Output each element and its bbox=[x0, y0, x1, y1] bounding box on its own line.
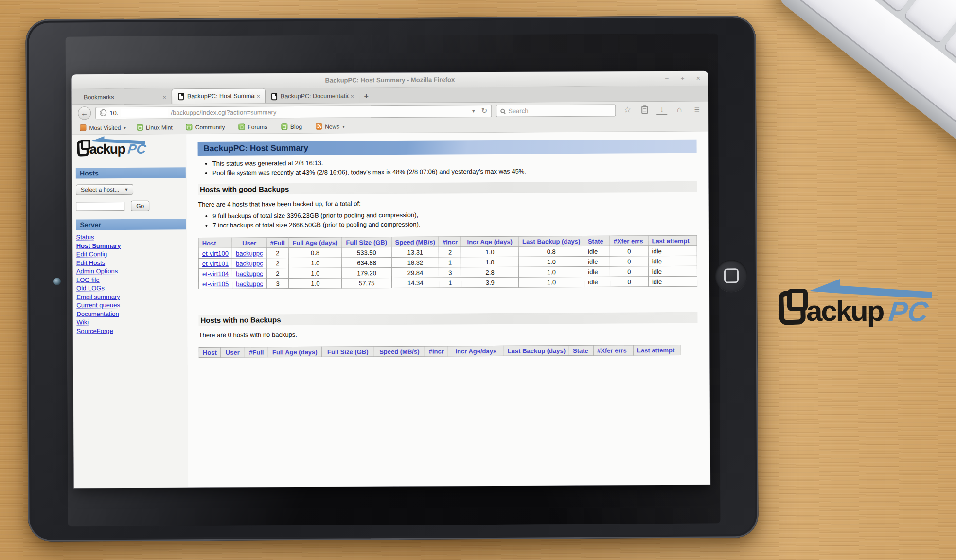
column-header--xfer-errs: #Xfer errs bbox=[593, 345, 633, 355]
column-header-user: User bbox=[232, 238, 266, 248]
select-host-dropdown[interactable]: Select a host... ▼ bbox=[76, 184, 133, 195]
sidebar-link[interactable]: Admin Options bbox=[76, 267, 118, 275]
sidebar-link[interactable]: Wiki bbox=[76, 318, 89, 326]
bookmark-label: News bbox=[325, 123, 339, 130]
sidebar-link[interactable]: Email summary bbox=[76, 293, 120, 300]
url-bar[interactable]: 10. /backuppc/index.cgi?action=summary ▾… bbox=[95, 105, 492, 119]
sidebar-nav-item: Documentation bbox=[76, 309, 187, 318]
column-header-host: Host bbox=[198, 238, 232, 248]
menu-icon[interactable]: ≡ bbox=[691, 105, 702, 115]
back-button[interactable]: ← bbox=[78, 106, 91, 120]
new-tab-button[interactable]: + bbox=[359, 90, 373, 103]
downloads-icon[interactable]: ↓ bbox=[656, 105, 667, 115]
server-heading: Server bbox=[76, 219, 186, 230]
host-link[interactable]: et-virt101 bbox=[202, 260, 229, 267]
backup-totals-bullets: 9 full backups of total size 3396.23GB (… bbox=[212, 210, 697, 229]
sidebar-link[interactable]: Current queues bbox=[76, 301, 120, 309]
chevron-down-icon: ▾ bbox=[124, 125, 126, 130]
url-dropdown-icon[interactable]: ▾ bbox=[472, 108, 475, 114]
bookmark-icon bbox=[281, 123, 287, 130]
user-link[interactable]: backuppc bbox=[236, 280, 263, 287]
go-button[interactable]: Go bbox=[131, 201, 149, 211]
cell: idle bbox=[584, 246, 610, 256]
host-link[interactable]: et-virt105 bbox=[202, 280, 229, 287]
cell: 1.0 bbox=[518, 266, 584, 277]
sidebar-link[interactable]: Old LOGs bbox=[76, 284, 105, 292]
user-link[interactable]: backuppc bbox=[236, 249, 263, 257]
server-nav-links: Status Host Summary Edit Config Edit Hos… bbox=[76, 232, 188, 335]
sidebar-nav-item: Status bbox=[76, 232, 187, 242]
tab-documentation[interactable]: BackupPC: Documentation × bbox=[266, 89, 359, 103]
bookmark-item[interactable]: Forums bbox=[238, 123, 270, 130]
bookmark-item[interactable]: Blog bbox=[281, 123, 305, 130]
host-link[interactable]: et-virt104 bbox=[202, 270, 229, 277]
backuppc-desk-logo: ackup PC bbox=[779, 291, 944, 339]
cell: 0 bbox=[610, 277, 649, 287]
host-search-input[interactable] bbox=[76, 201, 124, 211]
tab-host-summary[interactable]: BackupPC: Host Summary × bbox=[172, 88, 266, 104]
sidebar-link[interactable]: Edit Config bbox=[76, 250, 107, 258]
reload-icon[interactable]: ↻ bbox=[481, 106, 488, 115]
cell: 1.0 bbox=[289, 278, 342, 289]
backuppc-page-logo[interactable]: ackup PC bbox=[77, 140, 150, 164]
search-input[interactable]: Search bbox=[496, 104, 616, 117]
page-content: ackup PC Hosts Select a host... ▼ Go Ser… bbox=[72, 132, 710, 488]
globe-icon bbox=[100, 109, 106, 116]
cell: 2 bbox=[266, 268, 288, 279]
backuppc-logo-icon bbox=[779, 291, 805, 325]
window-title: BackupPC: Host Summary - Mozilla Firefox bbox=[72, 75, 708, 86]
close-button[interactable]: × bbox=[696, 74, 700, 82]
cell: 179.20 bbox=[342, 268, 392, 279]
sidebar-link[interactable]: SourceForge bbox=[77, 327, 113, 334]
bookmark-star-icon[interactable]: ☆ bbox=[622, 105, 633, 115]
sidebar-link[interactable]: Edit Hosts bbox=[76, 259, 105, 266]
no-backups-table: HostUser#FullFull Age (days)Full Size (G… bbox=[199, 345, 681, 358]
host-link[interactable]: et-virt100 bbox=[202, 249, 229, 257]
user-link[interactable]: backuppc bbox=[236, 270, 263, 277]
cell: 3 bbox=[439, 267, 461, 278]
sidebar-link[interactable]: LOG file bbox=[76, 276, 100, 283]
status-bullet: This status was generated at 2/8 16:13. bbox=[212, 158, 697, 168]
good-backups-heading: Hosts with good Backups bbox=[198, 181, 697, 195]
cell: 2 bbox=[266, 258, 288, 268]
cell: 0 bbox=[610, 246, 648, 256]
sidebar-link[interactable]: Status bbox=[76, 233, 94, 241]
cell: et-virt100 bbox=[198, 248, 232, 258]
show-bookmarks-icon[interactable] bbox=[641, 106, 648, 114]
bookmark-item[interactable]: Most Visited ▾ bbox=[80, 124, 126, 131]
bookmark-item[interactable]: Community bbox=[186, 123, 228, 130]
sidebar: ackup PC Hosts Select a host... ▼ Go Ser… bbox=[72, 134, 188, 488]
column-header-last-attempt: Last attempt bbox=[648, 235, 697, 246]
search-placeholder: Search bbox=[508, 107, 528, 114]
tab-close-icon[interactable]: × bbox=[161, 93, 167, 101]
tablet-home-button[interactable] bbox=[715, 260, 747, 292]
home-icon[interactable]: ⌂ bbox=[674, 105, 685, 115]
bookmark-label: Community bbox=[195, 123, 225, 130]
firefox-window: BackupPC: Host Summary - Mozilla Firefox… bbox=[72, 71, 710, 488]
tab-bookmarks[interactable]: Bookmarks × bbox=[78, 90, 172, 104]
tab-close-icon[interactable]: × bbox=[255, 92, 261, 100]
tab-close-icon[interactable]: × bbox=[349, 92, 355, 100]
good-backups-table: HostUser#FullFull Age (days)Full Size (G… bbox=[198, 235, 698, 289]
sidebar-link[interactable]: Documentation bbox=[76, 310, 119, 317]
url-spacer bbox=[279, 111, 469, 112]
cell: 533.50 bbox=[342, 247, 392, 258]
user-link[interactable]: backuppc bbox=[236, 260, 263, 267]
maximize-button[interactable]: + bbox=[680, 74, 684, 82]
sidebar-nav-item: Wiki bbox=[76, 317, 187, 327]
cell: 57.75 bbox=[342, 278, 392, 289]
minimize-button[interactable]: − bbox=[665, 74, 669, 82]
chevron-down-icon: ▼ bbox=[124, 187, 128, 192]
cell: 18.32 bbox=[391, 257, 439, 268]
cell: backuppc bbox=[232, 268, 267, 279]
logo-word-pc: PC bbox=[127, 143, 147, 156]
cell: idle bbox=[584, 266, 610, 277]
cell: 14.34 bbox=[391, 278, 439, 288]
bookmark-item[interactable]: News ▾ bbox=[316, 123, 345, 130]
bookmark-label: Linux Mint bbox=[146, 124, 173, 131]
column-header-speed-mb-s-: Speed (MB/s) bbox=[391, 237, 439, 247]
sidebar-link[interactable]: Host Summary bbox=[76, 242, 121, 249]
cell: 0 bbox=[610, 266, 649, 277]
bookmark-item[interactable]: Linux Mint bbox=[137, 124, 176, 131]
apple-keyboard: ⌘ command alt option ◀ ▲ ▼ ▶ < , > . ? / bbox=[778, 0, 956, 419]
